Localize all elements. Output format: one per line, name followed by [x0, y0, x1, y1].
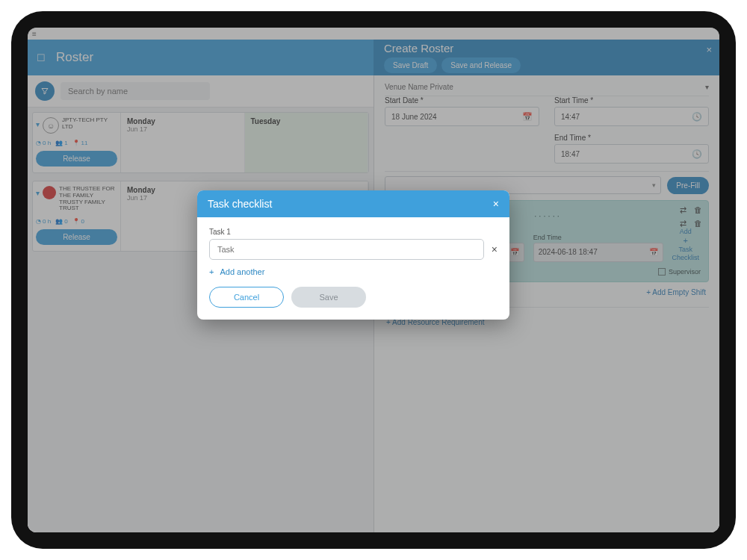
- tablet-screen: ≡ ☐ Roster Create Roster Save Draft Save…: [28, 28, 719, 532]
- modal-title: Task checklist: [208, 198, 272, 210]
- modal-body: Task 1 × + Add another Cancel Save: [197, 217, 509, 320]
- tablet-frame: ≡ ☐ Roster Create Roster Save Draft Save…: [11, 11, 736, 549]
- task-checklist-modal: Task checklist × Task 1 × + Add another …: [197, 190, 509, 320]
- task-1-label: Task 1: [209, 228, 498, 236]
- cancel-button[interactable]: Cancel: [209, 287, 284, 308]
- task-1-input[interactable]: [209, 239, 484, 260]
- remove-task-icon[interactable]: ×: [492, 243, 498, 255]
- add-another-button[interactable]: + Add another: [209, 267, 498, 276]
- close-icon[interactable]: ×: [493, 198, 499, 210]
- save-button[interactable]: Save: [291, 287, 366, 308]
- plus-icon: +: [209, 267, 214, 276]
- modal-header: Task checklist ×: [197, 190, 509, 217]
